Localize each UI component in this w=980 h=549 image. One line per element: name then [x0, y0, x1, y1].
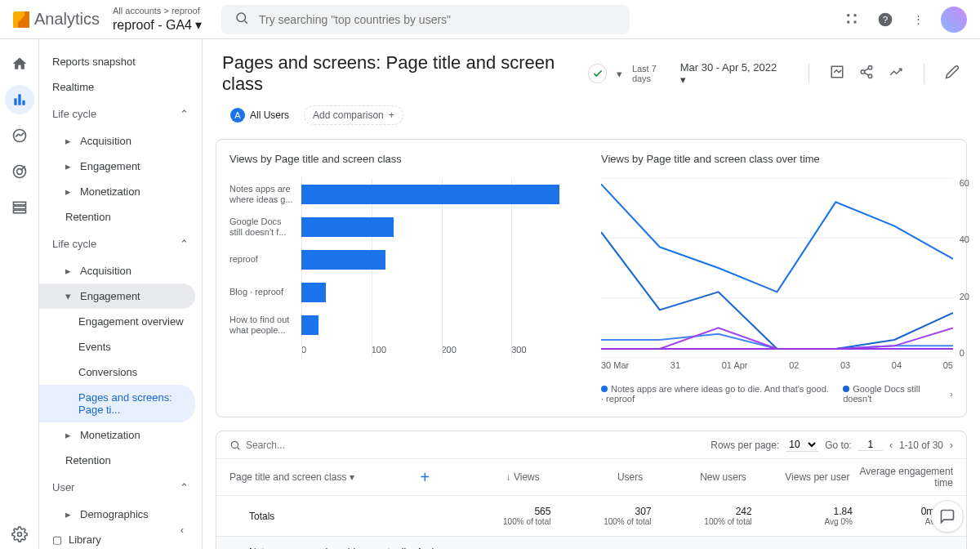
sidebar-item-conversions[interactable]: Conversions	[39, 359, 202, 385]
bar-chart-title: Views by Page title and screen class	[229, 153, 581, 165]
dropdown-icon[interactable]: ▾	[350, 471, 354, 483]
sidebar-item-retention-1[interactable]: Retention	[39, 204, 202, 230]
rail-advertising-icon[interactable]	[5, 157, 34, 186]
sidebar-item-engagement-1[interactable]: ▸Engagement	[39, 154, 202, 179]
feedback-button[interactable]	[931, 500, 964, 533]
customize-icon[interactable]	[829, 64, 845, 80]
table-row[interactable]: 1 Notes apps are where ideas go to die. …	[216, 537, 966, 549]
date-label: Last 7 days	[632, 64, 675, 83]
plus-icon: +	[389, 109, 394, 121]
sidebar-group-label: Life cycle	[52, 238, 96, 250]
svg-point-29	[231, 441, 238, 448]
avatar[interactable]	[941, 7, 967, 33]
svg-point-0	[237, 13, 246, 22]
insights-icon[interactable]	[888, 64, 904, 80]
rail-explore-icon[interactable]	[5, 121, 34, 150]
property-name: reproof - GA4	[113, 18, 192, 33]
dimension-header[interactable]: Page title and screen class	[229, 471, 346, 483]
page-next-icon[interactable]: ›	[950, 440, 953, 451]
table-search[interactable]	[229, 440, 327, 451]
bar-row[interactable]: Notes apps are where ideas g...	[229, 178, 581, 211]
th-avg-engagement[interactable]: Average engagement time	[849, 466, 953, 489]
page-title: Pages and screens: Page title and screen…	[222, 52, 578, 95]
apps-icon[interactable]	[843, 10, 862, 29]
dropdown-icon: ▾	[195, 17, 202, 33]
legend-item[interactable]: Notes apps are where ideas go to die. An…	[601, 384, 830, 404]
analytics-logo-icon	[13, 11, 29, 28]
collapse-sidebar-button[interactable]: ‹	[172, 520, 192, 539]
sidebar-item-retention-2[interactable]: Retention	[39, 448, 202, 473]
sidebar-group-user[interactable]: User ⌃	[39, 473, 202, 502]
svg-rect-16	[13, 206, 25, 208]
breadcrumb[interactable]: All accounts > reproof	[113, 6, 202, 16]
table-search-input[interactable]	[246, 440, 327, 451]
rail-reports-icon[interactable]	[5, 85, 34, 114]
sidebar-item-engagement-2[interactable]: ▾Engagement	[39, 283, 195, 309]
sidebar-group-label: User	[52, 481, 74, 493]
chevron-up-icon: ⌃	[180, 238, 189, 250]
date-range-picker[interactable]: Mar 30 - Apr 5, 2022 ▾	[680, 61, 779, 86]
dropdown-icon[interactable]: ▾	[617, 68, 622, 80]
share-icon[interactable]	[858, 64, 875, 80]
svg-rect-15	[13, 202, 25, 204]
verified-icon[interactable]	[588, 64, 607, 83]
data-table: Rows per page: 10 Go to: ‹ 1-10 of 30 › …	[216, 431, 967, 549]
add-comparison-button[interactable]: Add comparison +	[304, 105, 403, 125]
sidebar-group-label: Life cycle	[52, 108, 96, 120]
sidebar-item-acquisition-1[interactable]: ▸Acquisition	[39, 128, 202, 154]
svg-text:?: ?	[883, 14, 889, 25]
legend-item[interactable]: Google Docs still doesn't	[843, 384, 937, 404]
sidebar-item-engagement-overview[interactable]: Engagement overview	[39, 309, 202, 334]
svg-line-23	[864, 73, 868, 75]
th-new-users[interactable]: New users	[643, 471, 746, 483]
nav-rail	[0, 39, 39, 549]
svg-line-1	[244, 20, 247, 23]
comparison-all-users[interactable]: A All Users	[222, 105, 297, 126]
bar-row[interactable]: How to find out what people...	[229, 309, 581, 341]
sidebar-item-events[interactable]: Events	[39, 334, 202, 359]
goto-label: Go to:	[825, 440, 852, 451]
sidebar-item-snapshot[interactable]: Reports snapshot	[39, 49, 202, 74]
logo[interactable]: Analytics	[13, 10, 100, 29]
goto-input[interactable]	[858, 439, 883, 451]
svg-rect-5	[854, 20, 857, 23]
svg-rect-10	[22, 100, 24, 105]
rail-settings-icon[interactable]	[5, 520, 34, 549]
legend-next-icon[interactable]: ›	[950, 389, 953, 399]
th-users[interactable]: Users	[540, 471, 644, 483]
search-box[interactable]	[221, 5, 630, 34]
bar-row[interactable]: reproof	[229, 243, 581, 276]
bar-row[interactable]: Blog · reproof	[229, 276, 581, 309]
svg-rect-3	[854, 14, 857, 16]
main-content: Pages and screens: Page title and screen…	[203, 39, 980, 549]
more-icon[interactable]: ⋮	[908, 10, 928, 29]
th-views[interactable]: ↓ Views	[436, 471, 540, 483]
sidebar-item-pages-screens[interactable]: Pages and screens: Page ti...	[39, 385, 195, 422]
totals-label: Totals	[249, 511, 450, 522]
sidebar-item-monetization-2[interactable]: ▸Monetization	[39, 422, 202, 448]
line-chart: Views by Page title and screen class ove…	[601, 153, 953, 404]
bar-row[interactable]: Google Docs still doesn't f...	[229, 211, 581, 243]
sidebar-group-lifecycle-2[interactable]: Life cycle ⌃	[39, 230, 202, 258]
sidebar-item-monetization-1[interactable]: ▸Monetization	[39, 179, 202, 204]
sidebar-item-realtime[interactable]: Realtime	[39, 74, 202, 100]
property-selector[interactable]: reproof - GA4 ▾	[113, 17, 202, 33]
sidebar-group-lifecycle-1[interactable]: Life cycle ⌃	[39, 100, 202, 128]
svg-rect-9	[18, 94, 20, 105]
line-chart-title: Views by Page title and screen class ove…	[601, 153, 953, 165]
edit-icon[interactable]	[944, 64, 960, 80]
page-range: 1-10 of 30	[899, 440, 943, 451]
rail-home-icon[interactable]	[5, 49, 34, 78]
rail-configure-icon[interactable]	[5, 193, 34, 222]
search-input[interactable]	[259, 13, 617, 26]
sidebar-item-acquisition-2[interactable]: ▸Acquisition	[39, 258, 202, 283]
th-views-per-user[interactable]: Views per user	[746, 471, 850, 483]
charts-card: Views by Page title and screen class Not…	[216, 139, 967, 417]
svg-rect-2	[847, 14, 849, 16]
svg-rect-8	[14, 98, 16, 105]
rows-per-page-select[interactable]: 10	[786, 438, 818, 452]
help-icon[interactable]: ?	[875, 10, 895, 29]
page-prev-icon[interactable]: ‹	[889, 440, 893, 451]
add-dimension-icon[interactable]: +	[420, 468, 430, 487]
bar-chart: Views by Page title and screen class Not…	[229, 153, 581, 404]
